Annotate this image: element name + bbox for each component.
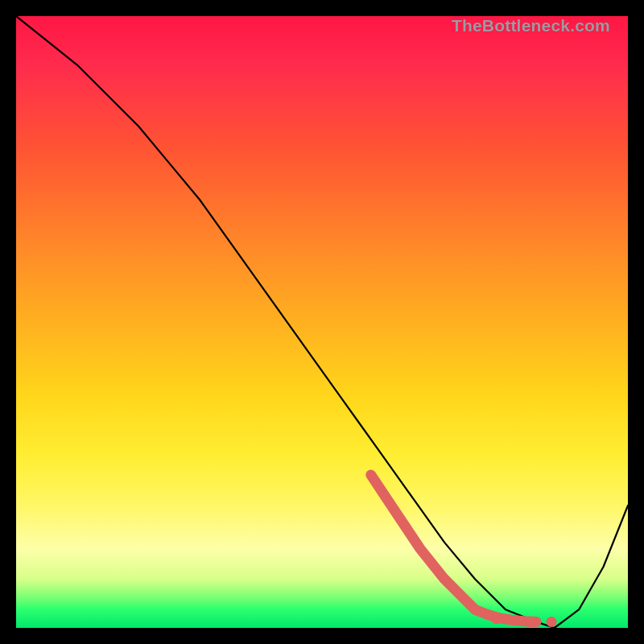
highlight-dot <box>525 617 535 627</box>
watermark-text: TheBottleneck.com <box>452 16 610 35</box>
chart-overlay <box>16 16 628 628</box>
highlight-dot <box>510 615 520 625</box>
highlight-dot <box>547 617 557 627</box>
chart-frame: TheBottleneck.com <box>16 16 628 628</box>
bottleneck-curve <box>16 16 628 628</box>
optimal-zone-highlight <box>371 475 536 621</box>
highlight-dot <box>491 613 502 624</box>
